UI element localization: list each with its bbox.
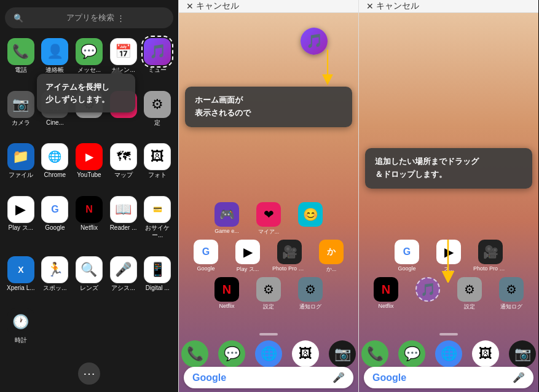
app-clock[interactable]: 🕐 時計 xyxy=(5,306,37,356)
app-google-m[interactable]: G Google xyxy=(189,240,223,273)
right-cancel-button[interactable]: ✕ キャンセル xyxy=(366,1,419,12)
app-phone[interactable]: 📞 電話 xyxy=(5,36,37,86)
app-emoji[interactable]: 😊 xyxy=(293,202,328,236)
app-settings-m[interactable]: ⚙ 設定 xyxy=(251,277,286,311)
app-notif-r[interactable]: ⚙ 通知ログ xyxy=(494,277,529,311)
app-camera[interactable]: 📷 カメラ xyxy=(5,88,37,139)
dock-camera[interactable]: 📷 xyxy=(329,340,356,367)
app-ka-m[interactable]: か か... xyxy=(314,240,348,273)
app-label-xperia: Xperia L... xyxy=(7,284,35,292)
app-label-lens: レンズ xyxy=(80,284,98,292)
app-google[interactable]: G Google xyxy=(39,194,71,251)
google-search-bar-right[interactable]: Google 🎤 xyxy=(364,367,533,388)
app-label-osaisuke: おサイケー... xyxy=(143,224,172,239)
dock-photos-r[interactable]: 🖼 xyxy=(472,340,499,367)
swipe-indicator-right xyxy=(439,333,458,335)
callout-dragdrop: 追加したい場所までドラッグ＆ドロップします。 xyxy=(365,148,532,189)
app-play-m-label: Play ス... xyxy=(230,265,265,273)
app-play-m[interactable]: ▶ Play ス... xyxy=(230,240,265,273)
search-placeholder: アプリを検索 xyxy=(66,12,114,23)
more-icon[interactable]: ⋮ xyxy=(117,14,165,23)
app-label-chrome: Chrome xyxy=(44,171,66,179)
app-sports[interactable]: 🏃 スポッ... xyxy=(39,254,71,304)
callout-homescreen-text: ホーム画面が表示されるので xyxy=(195,94,342,120)
middle-header: ✕ キャンセル xyxy=(179,0,358,13)
all-apps-button[interactable]: ⋯ xyxy=(78,363,100,385)
cancel-label: キャンセル xyxy=(196,1,239,12)
app-photos[interactable]: 🖼 フォト xyxy=(141,141,173,191)
app-netflix-m[interactable]: N Netflix xyxy=(210,277,244,311)
app-label-contact: 連絡帳 xyxy=(45,66,64,74)
phone-row3-middle: N Netflix ⚙ 設定 ⚙ 通知ログ xyxy=(179,277,358,311)
callout-homescreen: ホーム画面が表示されるので xyxy=(185,87,352,127)
right-panel: ✕ キャンセル 追加したい場所までドラッグ＆ドロップします。 G Goo xyxy=(358,0,538,392)
dock-photos[interactable]: 🖼 xyxy=(292,340,319,367)
dock-message[interactable]: 💬 xyxy=(218,340,245,367)
app-ka-m-label: か... xyxy=(314,265,348,273)
app-netflix[interactable]: N Netflix xyxy=(73,194,105,251)
app-music[interactable]: 🎵 ミュー xyxy=(141,36,173,86)
app-netflix-r[interactable]: N Netflix xyxy=(369,277,403,311)
google-logo: Google xyxy=(192,372,328,383)
app-google-m-label: Google xyxy=(189,265,223,272)
app-myair[interactable]: ❤ マイア... xyxy=(251,202,286,236)
app-youtube[interactable]: ▶ YouTube xyxy=(73,141,105,191)
search-icon: 🔍 xyxy=(14,14,61,23)
dock-message-r[interactable]: 💬 xyxy=(398,340,425,367)
phone-row2-middle: G Google ▶ Play ス... 🎥 Photo Pro Cinema.… xyxy=(179,240,358,273)
app-xperia[interactable]: X Xperia L... xyxy=(5,254,37,304)
right-header: ✕ キャンセル xyxy=(359,0,538,13)
app-settings-r[interactable]: ⚙ 設定 xyxy=(452,277,487,311)
app-notif-m[interactable]: ⚙ 通知ログ xyxy=(293,277,328,311)
middle-panel: ✕ キャンセル 🎵 ホーム画面が表示されるので 🎮 xyxy=(178,0,358,392)
app-label-photos: フォト xyxy=(148,171,167,179)
dock-phone[interactable]: 📞 xyxy=(181,340,208,367)
app-label-message: メッセ... xyxy=(77,66,101,74)
app-files[interactable]: 📁 ファイル xyxy=(5,141,37,191)
dock-phone-r[interactable]: 📞 xyxy=(361,340,388,367)
app-def[interactable]: ⚙ 定 xyxy=(141,88,173,139)
callout-long-press: アイテムを長押し少しずらします。 xyxy=(37,74,135,112)
app-reader[interactable]: 📖 Reader ... xyxy=(108,194,140,251)
app-netflix-r-label: Netflix xyxy=(369,303,403,309)
app-notif-r-label: 通知ログ xyxy=(494,303,529,311)
app-google-r-label: Google xyxy=(390,265,424,272)
app-gamee-label: Game e... xyxy=(210,228,244,234)
app-label-netflix: Netflix xyxy=(81,224,98,232)
arrow-svg-right xyxy=(439,240,457,283)
app-photopro-r[interactable]: 🎥 Photo Pro Cinema... xyxy=(473,240,508,273)
google-logo-right: Google xyxy=(372,372,508,383)
app-maps[interactable]: 🗺 マップ xyxy=(108,141,140,191)
app-label-playstore: Play ス... xyxy=(9,224,34,232)
dock-chrome[interactable]: 🌐 xyxy=(255,340,282,367)
mic-icon-right: 🎤 xyxy=(513,372,525,383)
search-bar[interactable]: 🔍 アプリを検索 ⋮ xyxy=(5,7,173,28)
app-label-sports: スポッ... xyxy=(43,284,66,292)
cancel-label-right: キャンセル xyxy=(376,1,419,12)
app-photopro-m-label: Photo Pro Cinema... xyxy=(272,265,307,272)
app-osaisuke[interactable]: 💳 おサイケー... xyxy=(141,194,173,251)
arrow-svg-middle xyxy=(315,50,340,87)
app-digital[interactable]: 📱 Digital ... xyxy=(141,254,173,304)
dock-chrome-r[interactable]: 🌐 xyxy=(435,340,462,367)
app-playstore[interactable]: ▶ Play ス... xyxy=(5,194,37,251)
mic-icon: 🎤 xyxy=(332,372,345,383)
app-assist[interactable]: 🎤 アシス... xyxy=(108,254,140,304)
app-gamee[interactable]: 🎮 Game e... xyxy=(210,202,244,236)
app-label-music: ミュー xyxy=(148,66,167,74)
app-photopro-m[interactable]: 🎥 Photo Pro Cinema... xyxy=(272,240,307,273)
app-chrome[interactable]: 🌐 Chrome xyxy=(39,141,71,191)
google-search-bar-middle[interactable]: Google 🎤 xyxy=(184,367,353,388)
cancel-x-icon-right: ✕ xyxy=(366,1,374,11)
right-phone-screen: 追加したい場所までドラッグ＆ドロップします。 G Google ▶ ス.. xyxy=(359,13,538,392)
dock-camera-r[interactable]: 📷 xyxy=(509,340,536,367)
app-settings-r-label: 設定 xyxy=(452,303,487,311)
app-google-r[interactable]: G Google xyxy=(390,240,424,273)
middle-cancel-button[interactable]: ✕ キャンセル xyxy=(186,1,239,12)
app-label-clock: 時計 xyxy=(15,337,27,344)
app-label-youtube: YouTube xyxy=(77,171,101,179)
app-photopro-r-label: Photo Pro Cinema... xyxy=(473,265,508,272)
app-label-google: Google xyxy=(45,224,65,232)
app-myair-label: マイア... xyxy=(251,228,286,236)
app-lens[interactable]: 🔍 レンズ xyxy=(73,254,105,304)
